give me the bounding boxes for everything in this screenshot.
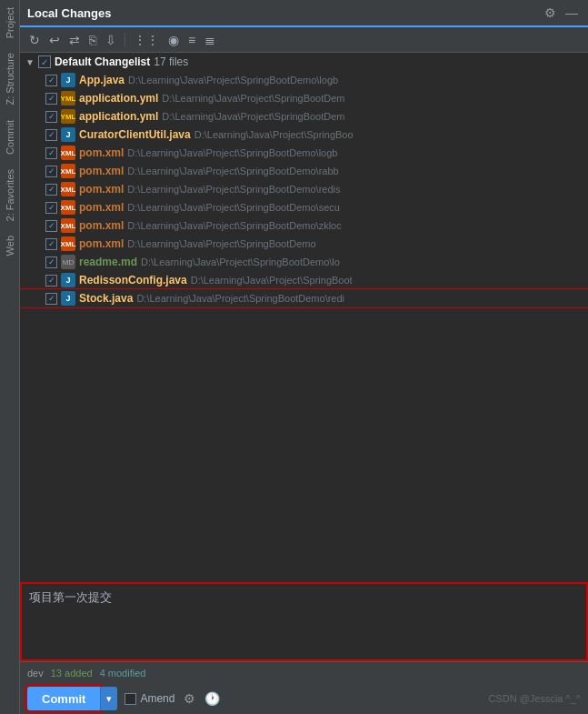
commit-button-group: Commit ▾ [27, 687, 117, 710]
refresh-button[interactable]: ↻ [25, 31, 44, 49]
changelist-header[interactable]: ▼ ✓ Default Changelist 17 files [20, 53, 588, 71]
file-path: D:\Learning\Java\Project\SpringBootDemo\… [127, 184, 340, 195]
file-path: D:\Learning\Java\Project\SpringBootDem [162, 111, 344, 122]
xml-file-icon: XML [61, 200, 75, 215]
expand-button[interactable]: ≣ [201, 31, 219, 49]
file-row[interactable]: ✓ XML pom.xml D:\Learning\Java\Project\S… [20, 180, 588, 198]
sidebar-tab-project[interactable]: Project [3, 0, 17, 45]
panel-title: Local Changes [27, 6, 111, 20]
file-row[interactable]: ✓ J RedissonConfig.java D:\Learning\Java… [20, 271, 588, 289]
revert-button[interactable]: ↩ [45, 31, 64, 49]
toolbar-separator [125, 33, 125, 47]
file-tree[interactable]: ▼ ✓ Default Changelist 17 files ✓ J App.… [20, 53, 588, 582]
apply-patch-button[interactable]: ⇩ [102, 31, 120, 49]
file-checkbox[interactable]: ✓ [45, 256, 57, 268]
file-checkbox[interactable]: ✓ [45, 111, 57, 123]
changelist-checkbox[interactable]: ✓ [38, 55, 51, 68]
file-checkbox[interactable]: ✓ [45, 275, 57, 287]
tab-bar: Local Changes ⚙ — [20, 0, 588, 27]
file-row[interactable]: ✓ XML pom.xml D:\Learning\Java\Project\S… [20, 235, 588, 253]
status-bar: dev 13 added 4 modified [20, 661, 588, 683]
settings-gear-icon[interactable]: ⚙ [184, 691, 195, 706]
group-button[interactable]: ⋮⋮ [130, 31, 163, 49]
xml-file-icon: XML [61, 236, 75, 251]
file-name: App.java [79, 74, 125, 86]
file-checkbox[interactable]: ✓ [45, 293, 57, 305]
file-checkbox[interactable]: ✓ [45, 147, 57, 159]
minimize-icon[interactable]: — [563, 4, 581, 22]
file-row[interactable]: ✓ J CuratorClientUtil.java D:\Learning\J… [20, 126, 588, 144]
file-path: D:\Learning\Java\Project\SpringBootDemo\… [127, 147, 337, 158]
file-name: pom.xml [79, 219, 124, 232]
file-name: application.yml [79, 92, 158, 105]
commit-message-input[interactable] [22, 584, 586, 657]
history-icon[interactable]: 🕐 [204, 691, 220, 706]
file-path: D:\Learning\Java\Project\SpringBootDemo\… [127, 166, 338, 176]
file-row[interactable]: ✓ XML pom.xml D:\Learning\Java\Project\S… [20, 198, 588, 216]
file-row-highlighted[interactable]: ✓ J Stock.java D:\Learning\Java\Project\… [20, 289, 588, 307]
shelve-button[interactable]: ⎘ [85, 31, 100, 49]
file-row[interactable]: ✓ XML pom.xml D:\Learning\Java\Project\S… [20, 216, 588, 235]
file-name: pom.xml [79, 201, 124, 214]
file-name: RedissonConfig.java [79, 274, 187, 287]
view-options-button[interactable]: ◉ [164, 31, 183, 49]
file-row[interactable]: ✓ YML application.yml D:\Learning\Java\P… [20, 107, 588, 126]
stat-modified: 4 modified [100, 668, 146, 679]
yml-file-icon: YML [61, 109, 75, 124]
branch-name: dev [27, 668, 44, 679]
commit-message-area[interactable] [20, 582, 588, 661]
file-name: pom.xml [79, 183, 124, 196]
file-checkbox[interactable]: ✓ [45, 93, 57, 105]
main-panel: Local Changes ⚙ — ↻ ↩ ⇄ ⎘ ⇩ ⋮⋮ ◉ ≡ ≣ ▼ ✓… [20, 0, 588, 714]
file-checkbox[interactable]: ✓ [45, 238, 57, 250]
file-row[interactable]: ✓ YML application.yml D:\Learning\Java\P… [20, 89, 588, 107]
amend-label[interactable]: Amend [125, 692, 174, 705]
changelist-count: 17 files [154, 55, 188, 68]
file-row[interactable]: ✓ XML pom.xml D:\Learning\Java\Project\S… [20, 144, 588, 162]
file-name: Stock.java [79, 292, 133, 305]
file-path: D:\Learning\Java\Project\SpringBootDemo\… [136, 293, 344, 304]
sidebar-tab-structure[interactable]: Z: Structure [3, 45, 17, 112]
amend-text: Amend [140, 692, 174, 705]
sidebar-tab-commit[interactable]: Commit [3, 113, 17, 162]
file-path: D:\Learning\Java\Project\SpringBootDem [162, 93, 344, 104]
file-checkbox[interactable]: ✓ [45, 129, 57, 141]
file-name: readme.md [79, 256, 137, 268]
file-checkbox[interactable]: ✓ [45, 202, 57, 214]
file-name: application.yml [79, 110, 158, 123]
file-row[interactable]: ✓ XML pom.xml D:\Learning\Java\Project\S… [20, 162, 588, 180]
sidebar-tab-web[interactable]: Web [3, 228, 17, 263]
sort-button[interactable]: ≡ [184, 31, 199, 49]
sidebar-tab-favorites[interactable]: 2: Favorites [3, 162, 17, 228]
file-checkbox[interactable]: ✓ [45, 220, 57, 232]
csdn-watermark: CSDN @Jesscia ^_^ [488, 693, 581, 704]
file-row[interactable]: ✓ MD readme.md D:\Learning\Java\Project\… [20, 253, 588, 271]
file-path: D:\Learning\Java\Project\SpringBootDemo [127, 238, 315, 249]
file-name: pom.xml [79, 146, 124, 159]
xml-file-icon: XML [61, 146, 75, 160]
stat-added: 13 added [51, 668, 93, 679]
settings-icon[interactable]: ⚙ [542, 4, 559, 22]
yml-file-icon: YML [61, 91, 75, 106]
file-name: pom.xml [79, 237, 124, 250]
compare-button[interactable]: ⇄ [65, 31, 84, 49]
file-row[interactable]: ✓ J App.java D:\Learning\Java\Project\Sp… [20, 71, 588, 89]
file-checkbox[interactable]: ✓ [45, 75, 57, 86]
xml-file-icon: XML [61, 218, 75, 233]
file-name: CuratorClientUtil.java [79, 128, 191, 141]
amend-checkbox[interactable] [125, 693, 136, 705]
java-file-icon: J [61, 127, 75, 142]
chevron-down-icon: ▼ [25, 57, 35, 67]
file-checkbox[interactable]: ✓ [45, 166, 57, 177]
file-checkbox[interactable]: ✓ [45, 184, 57, 196]
java-file-icon: J [61, 73, 75, 87]
commit-button[interactable]: Commit [27, 687, 100, 710]
changelist-name: Default Changelist [55, 55, 150, 68]
java-file-icon: J [61, 273, 75, 287]
md-file-icon: MD [61, 255, 75, 269]
file-name: pom.xml [79, 165, 124, 177]
file-path: D:\Learning\Java\Project\SpringBootDemo\… [141, 256, 340, 267]
file-path: D:\Learning\Java\Project\SpringBoo [194, 129, 354, 140]
file-path: D:\Learning\Java\Project\SpringBoot [191, 275, 353, 286]
commit-dropdown-button[interactable]: ▾ [100, 687, 117, 710]
